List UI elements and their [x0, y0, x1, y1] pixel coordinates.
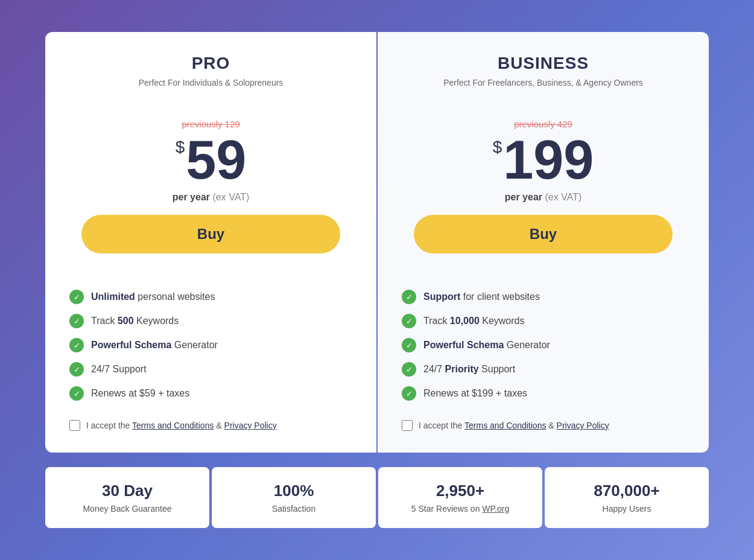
pro-accept-row: I accept the Terms and Conditions & Priv…: [69, 420, 352, 431]
business-currency: $: [493, 139, 502, 156]
pro-terms-link[interactable]: Terms and Conditions: [132, 421, 214, 430]
business-price-amount: 199: [503, 133, 594, 187]
business-buy-button[interactable]: Buy: [414, 215, 673, 253]
pro-plan-card: PRO Perfect For Individuals & Solopreneu…: [45, 32, 376, 453]
pro-price-section: previously 129 $ 59 per year (ex VAT) Bu…: [69, 102, 352, 268]
pro-feature-1: ✓ Unlimited personal websites: [69, 285, 352, 309]
pro-previously-price: previously 129: [81, 119, 340, 129]
check-icon-3: ✓: [69, 338, 84, 352]
stats-bar: 30 Day Money Back Guarantee 100% Satisfa…: [45, 467, 709, 528]
business-feature-text-1: Support for client websites: [423, 291, 540, 302]
business-previously-price: previously 429: [414, 119, 673, 129]
business-accept-row: I accept the Terms and Conditions & Priv…: [402, 420, 685, 431]
pro-feature-4: ✓ 24/7 Support: [69, 357, 352, 381]
stat-reviews-label: 5 Star Reviews on WP.org: [388, 504, 533, 514]
business-accept-text: I accept the Terms and Conditions & Priv…: [419, 421, 609, 430]
pro-feature-3: ✓ Powerful Schema Generator: [69, 333, 352, 357]
stat-satisfaction: 100% Satisfaction: [212, 467, 376, 528]
pro-features-list: ✓ Unlimited personal websites ✓ Track 50…: [69, 285, 352, 406]
pro-price-period: per year (ex VAT): [81, 192, 340, 203]
business-privacy-link[interactable]: Privacy Policy: [557, 421, 609, 430]
check-icon-b4: ✓: [402, 362, 416, 377]
pro-plan-header: PRO Perfect For Individuals & Solopreneu…: [69, 54, 352, 88]
business-terms-link[interactable]: Terms and Conditions: [464, 421, 546, 430]
business-plan-name: BUSINESS: [402, 54, 685, 73]
pro-currency: $: [176, 139, 185, 156]
business-feature-4: ✓ 24/7 Priority Support: [402, 357, 685, 381]
business-feature-2: ✓ Track 10,000 Keywords: [402, 309, 685, 333]
stat-users-value: 870,000+: [554, 482, 699, 500]
stat-30day-value: 30 Day: [55, 482, 200, 500]
pro-feature-2: ✓ Track 500 Keywords: [69, 309, 352, 333]
pro-per-year: per year: [173, 192, 210, 202]
business-per-year: per year: [505, 192, 542, 202]
check-icon-1: ✓: [69, 290, 84, 304]
stat-satisfaction-value: 100%: [221, 482, 366, 500]
business-price-section: previously 429 $ 199 per year (ex VAT) B…: [402, 102, 685, 268]
business-price-period: per year (ex VAT): [414, 192, 673, 203]
pro-feature-5: ✓ Renews at $59 + taxes: [69, 381, 352, 406]
pro-accept-text: I accept the Terms and Conditions & Priv…: [86, 421, 277, 430]
business-feature-text-3: Powerful Schema Generator: [423, 340, 550, 351]
business-feature-5: ✓ Renews at $199 + taxes: [402, 381, 685, 406]
pro-accept-checkbox[interactable]: [69, 420, 80, 431]
business-plan-card: BUSINESS Perfect For Freelancers, Busine…: [378, 32, 709, 453]
business-feature-text-4: 24/7 Priority Support: [423, 364, 515, 375]
wporg-link[interactable]: WP.org: [482, 504, 509, 514]
check-icon-b2: ✓: [402, 314, 416, 328]
pro-feature-text-2: Track 500 Keywords: [91, 316, 179, 326]
check-icon-5: ✓: [69, 386, 84, 401]
pro-ex-vat: (ex VAT): [212, 192, 249, 202]
business-feature-text-2: Track 10,000 Keywords: [423, 316, 525, 326]
stat-reviews-value: 2,950+: [388, 482, 533, 500]
business-feature-text-5: Renews at $199 + taxes: [423, 388, 527, 399]
business-features-list: ✓ Support for client websites ✓ Track 10…: [402, 285, 685, 406]
stat-users-label: Happy Users: [554, 504, 699, 514]
pro-price-amount: 59: [186, 133, 246, 187]
stat-users: 870,000+ Happy Users: [545, 467, 709, 528]
pricing-cards: PRO Perfect For Individuals & Solopreneu…: [45, 32, 709, 453]
pro-feature-text-4: 24/7 Support: [91, 364, 147, 375]
check-icon-4: ✓: [69, 362, 84, 377]
business-plan-subtitle: Perfect For Freelancers, Business, & Age…: [402, 78, 685, 88]
pro-feature-text-5: Renews at $59 + taxes: [91, 388, 189, 399]
pro-plan-name: PRO: [69, 54, 352, 73]
pro-privacy-link[interactable]: Privacy Policy: [224, 421, 277, 430]
business-feature-1: ✓ Support for client websites: [402, 285, 685, 309]
pro-feature-text-1: Unlimited personal websites: [91, 291, 215, 302]
pro-plan-subtitle: Perfect For Individuals & Solopreneurs: [69, 78, 352, 88]
stat-30day: 30 Day Money Back Guarantee: [45, 467, 209, 528]
pro-price-display: $ 59: [81, 133, 340, 187]
business-accept-checkbox[interactable]: [402, 420, 413, 431]
business-price-display: $ 199: [414, 133, 673, 187]
check-icon-2: ✓: [69, 314, 84, 328]
stat-satisfaction-label: Satisfaction: [221, 504, 366, 514]
business-plan-header: BUSINESS Perfect For Freelancers, Busine…: [402, 54, 685, 88]
check-icon-b5: ✓: [402, 386, 416, 401]
business-ex-vat: (ex VAT): [545, 192, 581, 202]
pro-buy-button[interactable]: Buy: [81, 215, 340, 253]
check-icon-b3: ✓: [402, 338, 416, 352]
check-icon-b1: ✓: [402, 290, 416, 304]
stat-reviews: 2,950+ 5 Star Reviews on WP.org: [378, 467, 542, 528]
pro-feature-text-3: Powerful Schema Generator: [91, 340, 218, 351]
stat-30day-label: Money Back Guarantee: [55, 504, 200, 514]
business-feature-3: ✓ Powerful Schema Generator: [402, 333, 685, 357]
